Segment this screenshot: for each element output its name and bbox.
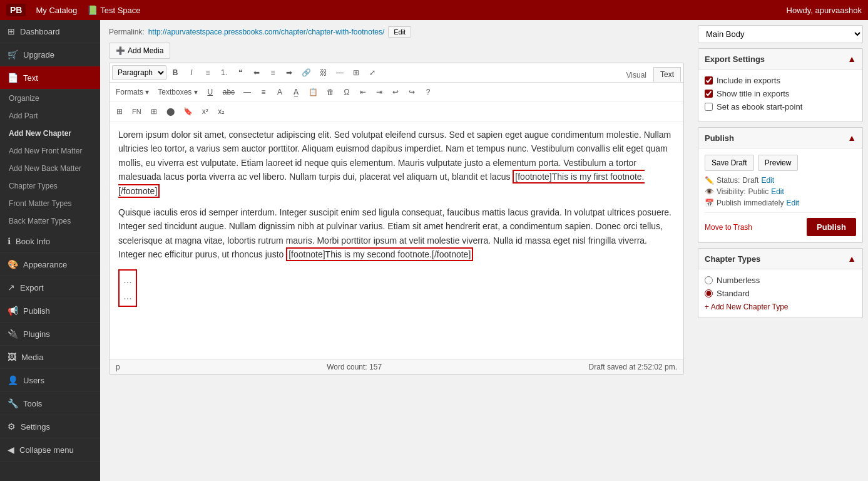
blockquote-button[interactable]: ❝ bbox=[233, 65, 248, 80]
horiz-rule-btn[interactable]: — bbox=[240, 85, 255, 100]
sidebar-label-collapse: Collapse menu bbox=[19, 445, 74, 455]
sidebar-sub-organize[interactable]: Organize bbox=[0, 90, 100, 107]
sidebar-sub-add-front[interactable]: Add New Front Matter bbox=[0, 142, 100, 160]
undo-btn[interactable]: ↩ bbox=[388, 85, 403, 100]
table-button[interactable]: ⊞ bbox=[349, 65, 364, 80]
sidebar-item-dashboard[interactable]: ⊞ Dashboard bbox=[0, 20, 100, 43]
special-char-btn[interactable]: Ω bbox=[339, 85, 354, 100]
include-exports-row: Include in exports bbox=[705, 76, 856, 85]
formats-btn[interactable]: Formats ▾ bbox=[112, 85, 153, 100]
chapter-types-title: Chapter Types bbox=[705, 254, 760, 264]
permalink-url[interactable]: http://apurvatestspace.pressbooks.com/ch… bbox=[148, 28, 385, 36]
font-color-btn[interactable]: A bbox=[272, 85, 287, 100]
strikethrough-button[interactable]: abc bbox=[219, 85, 238, 100]
chapter-types-toggle[interactable]: ▲ bbox=[847, 254, 856, 264]
sidebar-sub-chapter-types[interactable]: Chapter Types bbox=[0, 177, 100, 195]
preview-button[interactable]: Preview bbox=[758, 155, 799, 171]
add-media-button[interactable]: ➕ Add Media bbox=[109, 43, 170, 59]
visual-tab[interactable]: Visual bbox=[620, 67, 653, 82]
textboxes-btn[interactable]: Textboxes ▾ bbox=[154, 85, 201, 100]
align-right-button[interactable]: ➡ bbox=[282, 65, 297, 80]
paragraph-select[interactable]: Paragraph bbox=[112, 65, 166, 80]
fullscreen-button[interactable]: ⤢ bbox=[365, 65, 380, 80]
sidebar-sub-front-types[interactable]: Front Matter Types bbox=[0, 195, 100, 212]
ebook-start-row: Set as ebook start-point bbox=[705, 102, 856, 111]
ebook-start-checkbox[interactable] bbox=[705, 103, 713, 111]
sidebar-sub-back-types[interactable]: Back Matter Types bbox=[0, 212, 100, 230]
add-chapter-type-link[interactable]: + Add New Chapter Type bbox=[705, 303, 789, 311]
sidebar-item-book-info[interactable]: ℹ Book Info bbox=[0, 230, 100, 253]
show-title-checkbox[interactable] bbox=[705, 90, 713, 98]
subscript-btn[interactable]: x₂ bbox=[214, 104, 229, 119]
standard-radio[interactable] bbox=[705, 289, 713, 297]
show-title-row: Show title in exports bbox=[705, 89, 856, 98]
ltr-btn[interactable]: ⇤ bbox=[355, 85, 370, 100]
circle-btn[interactable]: ⬤ bbox=[163, 104, 178, 119]
view-tabs: Visual Text bbox=[617, 66, 683, 82]
align-center-button[interactable]: ≡ bbox=[265, 65, 280, 80]
permalink-edit-button[interactable]: Edit bbox=[388, 26, 411, 38]
publish-panel-header: Publish ▲ bbox=[698, 128, 862, 148]
catalog-link[interactable]: My Catalog bbox=[36, 6, 77, 15]
text-tab[interactable]: Text bbox=[653, 67, 681, 82]
sidebar-item-export[interactable]: ↗ Export bbox=[0, 276, 100, 299]
sidebar-item-settings[interactable]: ⚙ Settings bbox=[0, 415, 100, 438]
sidebar-sub-add-chapter[interactable]: Add New Chapter bbox=[0, 125, 100, 142]
link-button[interactable]: 🔗 bbox=[298, 65, 315, 80]
clear-format-btn[interactable]: 🗑 bbox=[323, 85, 338, 100]
sidebar-item-text[interactable]: 📄 Text bbox=[0, 66, 100, 90]
ol-button[interactable]: 1. bbox=[217, 65, 232, 80]
publish-panel-toggle[interactable]: ▲ bbox=[847, 133, 856, 143]
bg-color-btn[interactable]: A̲ bbox=[288, 85, 304, 100]
status-edit-link[interactable]: Edit bbox=[761, 176, 774, 185]
sidebar-item-users[interactable]: 👤 Users bbox=[0, 369, 100, 392]
sidebar-label-text: Text bbox=[23, 73, 38, 83]
sidebar-sub-add-back[interactable]: Add New Back Matter bbox=[0, 160, 100, 177]
bold-button[interactable]: B bbox=[168, 65, 183, 80]
ul-button[interactable]: ≡ bbox=[200, 65, 215, 80]
status-row: ✏️ Status: Draft Edit bbox=[705, 176, 856, 185]
export-settings-header: Export Settings ▲ bbox=[698, 49, 862, 70]
sidebar-item-plugins[interactable]: 🔌 Plugins bbox=[0, 323, 100, 346]
sidebar-item-tools[interactable]: 🔧 Tools bbox=[0, 392, 100, 415]
bookmark-btn[interactable]: 🔖 bbox=[180, 104, 197, 119]
visibility-edit-link[interactable]: Edit bbox=[771, 187, 784, 196]
publish-button[interactable]: Publish bbox=[807, 218, 856, 236]
move-to-trash-link[interactable]: Move to Trash bbox=[705, 223, 752, 232]
sidebar-sub-add-part[interactable]: Add Part bbox=[0, 107, 100, 125]
export-icon: ↗ bbox=[8, 282, 15, 292]
sidebar-item-media[interactable]: 🖼 Media bbox=[0, 346, 100, 369]
export-settings-toggle[interactable]: ▲ bbox=[847, 54, 856, 64]
layout: ⊞ Dashboard 🛒 Upgrade 📄 Text Organize Ad… bbox=[0, 20, 868, 481]
unlink-button[interactable]: ⛓ bbox=[316, 65, 331, 80]
word-count-value: 157 bbox=[369, 363, 382, 371]
save-draft-button[interactable]: Save Draft bbox=[705, 155, 754, 171]
include-exports-checkbox[interactable] bbox=[705, 76, 713, 85]
table-insert-btn[interactable]: ⊞ bbox=[112, 104, 127, 119]
numberless-radio[interactable] bbox=[705, 276, 713, 284]
show-title-label: Show title in exports bbox=[717, 89, 789, 98]
space-link[interactable]: 📗 Test Space bbox=[87, 5, 140, 15]
grid-btn[interactable]: ⊞ bbox=[146, 104, 161, 119]
publish-time-edit-link[interactable]: Edit bbox=[786, 199, 799, 207]
sidebar-item-publish[interactable]: 📢 Publish bbox=[0, 299, 100, 323]
publish-time-when: immediately bbox=[743, 199, 784, 207]
fn-btn[interactable]: FN bbox=[128, 104, 145, 119]
main-body-select[interactable]: Main Body bbox=[698, 25, 863, 43]
hr-button[interactable]: — bbox=[332, 65, 347, 80]
rtl-btn[interactable]: ⇥ bbox=[372, 85, 387, 100]
paste-btn[interactable]: 📋 bbox=[305, 85, 322, 100]
underline-button[interactable]: U bbox=[203, 85, 218, 100]
justify-btn[interactable]: ≡ bbox=[256, 85, 271, 100]
visibility-value: Public bbox=[748, 187, 768, 196]
sidebar-item-upgrade[interactable]: 🛒 Upgrade bbox=[0, 43, 100, 66]
redo-btn[interactable]: ↪ bbox=[404, 85, 419, 100]
editor-area[interactable]: Lorem ipsum dolor sit amet, consectetur … bbox=[110, 122, 683, 359]
sidebar-item-collapse[interactable]: ◀ Collapse menu bbox=[0, 438, 100, 462]
help-btn[interactable]: ? bbox=[421, 85, 436, 100]
sidebar-item-appearance[interactable]: 🎨 Appearance bbox=[0, 253, 100, 276]
italic-button[interactable]: I bbox=[184, 65, 199, 80]
align-left-button[interactable]: ⬅ bbox=[249, 65, 264, 80]
superscript-btn[interactable]: x² bbox=[198, 104, 213, 119]
ellipsis2: ... bbox=[123, 288, 131, 304]
